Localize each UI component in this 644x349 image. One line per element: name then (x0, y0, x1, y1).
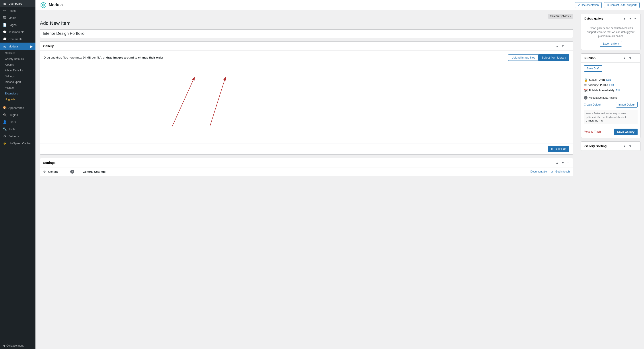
sidebar-item-comments[interactable]: 💭 Comments (0, 36, 36, 43)
modula-defaults-help-icon: ? (584, 96, 588, 100)
debug-collapse-up-button[interactable]: ▲ (622, 16, 627, 21)
gallery-collapse-down-button[interactable]: ▼ (560, 44, 565, 48)
visibility-edit-link[interactable]: Edit (609, 84, 614, 87)
sidebar-item-dashboard[interactable]: ⊞ Dashboard (0, 0, 36, 7)
sorting-collapse-down-button[interactable]: ▼ (628, 144, 633, 148)
sidebar-sub-extensions[interactable]: Extensions (0, 91, 36, 97)
sidebar-item-posts[interactable]: ✏ Posts (0, 7, 36, 14)
settings-links: Documentation - or - Get in touch (530, 170, 570, 173)
debug-collapse-down-button[interactable]: ▼ (628, 16, 633, 21)
publish-panel-header: Publish ▲ ▼ − (581, 54, 640, 63)
export-gallery-button[interactable]: Export gallery (600, 41, 622, 47)
sidebar-item-testimonials[interactable]: 💬 Testimonials (0, 28, 36, 36)
settings-collapse-up-button[interactable]: ▲ (555, 161, 560, 165)
settings-collapse-down-button[interactable]: ▼ (560, 161, 565, 165)
defaults-actions: Create Default Import Default (584, 102, 638, 108)
gallery-panel-header: Gallery ▲ ▼ − (40, 42, 573, 51)
settings-panel-header: Settings ▲ ▼ − (40, 158, 573, 167)
sidebar-label-dashboard: Dashboard (8, 2, 22, 5)
sidebar-label-settings: Settings (8, 135, 19, 138)
visibility-label: Visibility: (588, 84, 598, 87)
external-link-icon: ↗ (578, 4, 580, 7)
select-from-library-button[interactable]: Select from Library (538, 54, 569, 61)
gallery-buttons: Upload image files Select from Library (508, 54, 569, 61)
gallery-drop-area: Drag and drop files here (max 64 MB per … (44, 54, 569, 140)
publish-collapse-up-button[interactable]: ▲ (622, 56, 627, 60)
create-default-link[interactable]: Create Default (584, 103, 601, 106)
import-default-button[interactable]: Import Default (616, 102, 638, 108)
sidebar-item-users[interactable]: 👤 Users (0, 118, 36, 126)
sidebar-item-tools[interactable]: 🔧 Tools (0, 126, 36, 133)
settings-panel-controls: ▲ ▼ − (555, 161, 570, 165)
sidebar-label-tools: Tools (8, 128, 15, 131)
right-sidebar: Debug gallery ▲ ▼ − Export gallery and s… (578, 10, 644, 349)
settings-minimize-button[interactable]: − (566, 161, 570, 165)
debug-panel-body: Export gallery and send it to Modula's s… (581, 23, 640, 50)
sidebar-item-litespeed[interactable]: ⚡ LiteSpeed Cache (0, 140, 36, 147)
testimonials-icon: 💬 (3, 30, 7, 34)
documentation-button[interactable]: ↗ Documentation (575, 2, 602, 8)
status-icon: 🔒 (584, 78, 588, 82)
sidebar-label-testimonials: Testimonials (8, 30, 24, 34)
sorting-minimize-button[interactable]: − (634, 144, 637, 148)
gallery-instructions: Drag and drop files here (max 64 MB per … (44, 56, 163, 59)
gallery-collapse-up-button[interactable]: ▲ (555, 44, 560, 48)
settings-get-in-touch-link[interactable]: Get in touch (555, 170, 570, 173)
debug-gallery-panel: Debug gallery ▲ ▼ − Export gallery and s… (581, 14, 640, 50)
support-button[interactable]: ✉ Contact us for support! (604, 2, 640, 8)
email-icon: ✉ (607, 4, 609, 7)
shortcut-keys: CTRL/CMD + S (586, 119, 603, 122)
publish-panel: Publish ▲ ▼ − Save Draft 🔒 Status: Draft (581, 54, 640, 138)
chevron-down-icon: ▾ (570, 15, 571, 18)
tools-icon: 🔧 (3, 127, 7, 131)
sidebar-item-pages[interactable]: 📄 Pages (0, 21, 36, 28)
sidebar-item-media[interactable]: 🖼 Media (0, 14, 36, 21)
publish-label: Publish (589, 89, 598, 92)
sidebar-sub-album-defaults[interactable]: Album Defaults (0, 68, 36, 73)
gallery-minimize-button[interactable]: − (566, 44, 570, 48)
sidebar-sub-albums[interactable]: Albums (0, 62, 36, 68)
sidebar-label-plugins: Plugins (8, 113, 18, 117)
sidebar-sub-settings[interactable]: Settings (0, 73, 36, 79)
publish-minimize-button[interactable]: − (634, 56, 637, 60)
posts-icon: ✏ (3, 9, 7, 13)
save-gallery-button[interactable]: Save Gallery (614, 129, 638, 135)
move-to-trash-link[interactable]: Move to Trash (584, 130, 601, 133)
sidebar-item-modula[interactable]: ◎ Modula ▶ (0, 43, 36, 50)
status-edit-link[interactable]: Edit (606, 78, 611, 81)
sidebar-divider-2 (0, 148, 36, 148)
settings-doc-link[interactable]: Documentation (530, 170, 548, 173)
comments-icon: 💭 (3, 37, 7, 41)
bulk-edit-button[interactable]: ⊞ Bulk Edit (548, 146, 569, 152)
publish-body: Save Draft 🔒 Status: Draft Edit 👁 Visibi… (581, 63, 640, 138)
sidebar-sub-upgrade[interactable]: Upgrade (0, 97, 36, 102)
sidebar-item-plugins[interactable]: 🔌 Plugins (0, 111, 36, 118)
gallery-title-input[interactable] (40, 29, 573, 38)
sidebar-label-media: Media (8, 16, 16, 20)
collapse-menu-item[interactable]: ◀ Collapse menu (0, 342, 36, 349)
sidebar-divider (0, 103, 36, 103)
sidebar-sub-migrate[interactable]: Migrate (0, 85, 36, 91)
upload-image-files-button[interactable]: Upload image files (508, 54, 538, 61)
screen-options-bar: Screen Options ▾ (40, 14, 573, 19)
sidebar-label-comments: Comments (8, 38, 22, 41)
sidebar-item-appearance[interactable]: 🎨 Appearance (0, 104, 36, 111)
gallery-sorting-panel-header: Gallery Sorting ▲ ▼ − (581, 142, 640, 151)
sidebar-sub-import-export[interactable]: Import/Export (0, 79, 36, 85)
settings-panel: Settings ▲ ▼ − ⚙ General ? General Setti… (40, 158, 573, 176)
settings-icon: ⚙ (3, 134, 7, 138)
save-draft-button[interactable]: Save Draft (584, 65, 602, 72)
main-area: Modula ↗ Documentation ✉ Contact us for … (36, 0, 644, 349)
sidebar-sub-gallery-defaults[interactable]: Gallery Defaults (0, 56, 36, 62)
sidebar-item-settings-bottom[interactable]: ⚙ Settings (0, 133, 36, 140)
screen-options-button[interactable]: Screen Options ▾ (548, 14, 573, 19)
gallery-panel-controls: ▲ ▼ − (555, 44, 570, 48)
sorting-collapse-up-button[interactable]: ▲ (622, 144, 627, 148)
debug-description: Export gallery and send it to Modula's s… (584, 26, 637, 38)
topbar-logo: Modula (40, 2, 63, 9)
publish-panel-title: Publish (584, 56, 596, 60)
publish-edit-link[interactable]: Edit (616, 89, 620, 92)
debug-minimize-button[interactable]: − (634, 16, 637, 21)
publish-collapse-down-button[interactable]: ▼ (628, 56, 633, 60)
sidebar-sub-galleries[interactable]: Galleries (0, 50, 36, 56)
